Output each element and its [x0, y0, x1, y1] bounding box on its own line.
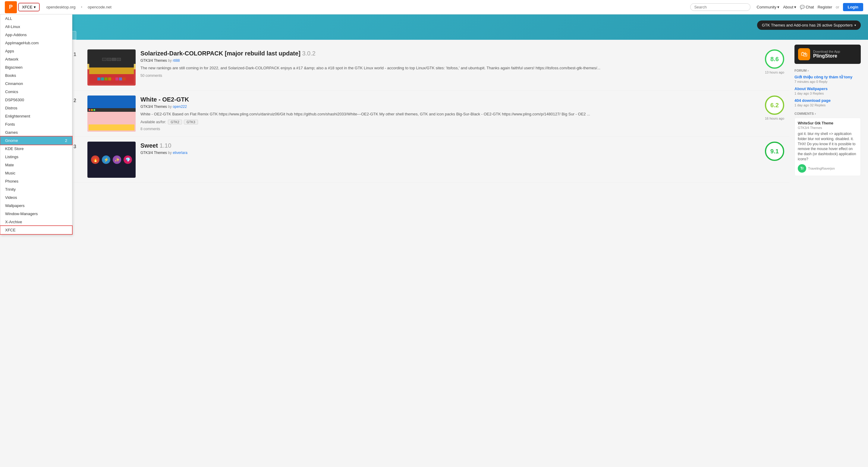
about-chevron-icon: ▾ [794, 5, 796, 9]
content-area: 1 [73, 44, 789, 183]
chat-button[interactable]: 💬 Chat [800, 5, 814, 9]
comments-section: COMMENTS › WhiteSur Gtk Theme GTK3/4 The… [795, 112, 861, 176]
product-info: Solarized-Dark-COLORPACK [major rebuild … [141, 50, 755, 78]
opencode-link[interactable]: opencode.net [88, 5, 112, 9]
comment-footer: Tr TravelingRaverjon [798, 164, 858, 173]
product-number: 3 [73, 142, 83, 150]
forum-item: About Wallpapers 1 day ago 3 Replies [795, 87, 861, 95]
plingstore-banner[interactable]: 🛍 Download the App PlingStore [795, 44, 861, 64]
product-list: 1 [73, 44, 789, 183]
menu-item-music[interactable]: Music [0, 169, 72, 177]
dropdown-menu: ALL All-Linux App-Addons AppImageHub.com… [0, 14, 72, 188]
comment-card-text: got it. blur my shell => application fol… [798, 131, 858, 162]
menu-item-books[interactable]: Books [0, 71, 72, 80]
avatar: Tr [798, 164, 806, 173]
product-description: The new rankings are still coming in for… [141, 65, 755, 71]
forum-item: Giới thiệu công ty thám tử tony 7 minute… [795, 75, 861, 84]
forum-item-title[interactable]: Giới thiệu công ty thám tử tony [795, 75, 861, 79]
comments-header: COMMENTS › [795, 112, 861, 115]
header-right: Community ▾ About ▾ 💬 Chat Register or L… [756, 3, 863, 11]
comments-count[interactable]: 50 comments [141, 73, 755, 78]
right-sidebar: 🛍 Download the App PlingStore FORUM › Gi… [795, 44, 861, 183]
menu-item-artwork[interactable]: Artwork [0, 55, 72, 63]
forum-section: FORUM › Giới thiệu công ty thám tử tony … [795, 69, 861, 107]
menu-item-all[interactable]: ALL [0, 14, 72, 23]
product-meta: GTK3/4 Themes by rtl88 [141, 58, 755, 63]
xfce-dropdown-button[interactable]: XFCE ▾ [19, 3, 39, 11]
menu-item-app-addons[interactable]: App-Addons [0, 31, 72, 39]
about-button[interactable]: About ▾ [783, 5, 796, 9]
table-row: 2 White - OE2-GTK [73, 91, 789, 137]
menu-item-mate[interactable]: Mate [0, 161, 72, 169]
plingstore-icon: 🛍 [798, 48, 810, 60]
available-as: Available as/for: GTK2 GTK3 [141, 120, 755, 124]
forum-header: FORUM › [795, 69, 861, 72]
product-thumbnail[interactable] [87, 95, 135, 132]
forum-item-title[interactable]: About Wallpapers [795, 87, 861, 91]
score-time: 16 hours ago [765, 117, 784, 120]
menu-item-dsp56300[interactable]: DSP56300 [0, 96, 72, 104]
menu-item-cinnamon[interactable]: Cinnamon [0, 80, 72, 88]
community-chevron-icon: ▾ [777, 5, 779, 9]
main-layout: light skeuomorph themes xfce4 adwaita ic… [0, 40, 868, 188]
product-thumbnail[interactable] [87, 50, 135, 86]
product-score-area: 6.2 16 hours ago [760, 95, 789, 120]
page-banner: GTK3/4 Themes Latest Rating Plinged GTK … [0, 14, 868, 40]
menu-item-phones[interactable]: Phones [0, 177, 72, 185]
search-box [690, 3, 750, 11]
register-button[interactable]: Register [818, 5, 832, 9]
chevron-down-icon: ▾ [34, 5, 36, 9]
product-score-area: 9.1 [760, 142, 789, 163]
product-info: White - OE2-GTK GTK3/4 Themes by open222… [141, 95, 755, 131]
nav-dot: • [81, 5, 83, 9]
product-score-area: 8.6 13 hours ago [760, 50, 789, 74]
xfce-label: XFCE [22, 5, 33, 9]
supporters-chevron-icon: ▾ [855, 24, 856, 27]
menu-item-appimagehub[interactable]: AppImageHub.com [0, 39, 72, 47]
product-description: White - OE2-GTK Based on Flat Remix GTK … [141, 111, 755, 117]
menu-item-bigscreen[interactable]: Bigscreen [0, 63, 72, 71]
supporters-button[interactable]: GTK Themes and Add-ons has 26 active Sup… [757, 21, 861, 30]
search-input[interactable] [690, 3, 750, 11]
menu-item-trinity[interactable]: Trinity [0, 185, 72, 188]
table-row: 3 🔥 ⚡ ✨ 💎 Sweet 1.10 GTK3/4 Themes by [73, 137, 789, 183]
product-thumbnail[interactable]: 🔥 ⚡ ✨ 💎 [87, 142, 135, 178]
chat-bubble-icon: 💬 [800, 5, 805, 9]
login-button[interactable]: Login [843, 3, 863, 11]
menu-item-kde[interactable]: KDE Store [0, 145, 72, 153]
gtk3-badge[interactable]: GTK3 [184, 120, 198, 124]
product-title[interactable]: Sweet 1.10 [141, 142, 755, 150]
forum-item: 404 download page 1 day ago 32 Replies [795, 98, 861, 107]
menu-item-apps[interactable]: Apps [0, 47, 72, 55]
product-info: Sweet 1.10 GTK3/4 Themes by eliverlara [141, 142, 755, 157]
comments-count[interactable]: 8 comments [141, 127, 755, 131]
product-meta: GTK3/4 Themes by open222 [141, 104, 755, 109]
comment-card: WhiteSur Gtk Theme GTK3/4 Themes got it.… [795, 118, 861, 176]
menu-item-gnome[interactable]: Gnome 2 [0, 136, 72, 145]
forum-item-meta: 1 day ago 32 Replies [795, 103, 861, 107]
forum-item-meta: 1 day ago 3 Replies [795, 92, 861, 95]
product-number: 2 [73, 95, 83, 103]
or-label: or [836, 5, 839, 9]
community-button[interactable]: Community ▾ [756, 5, 779, 9]
menu-item-fonts[interactable]: Fonts [0, 120, 72, 128]
opendesktop-link[interactable]: opendesktop.org [46, 5, 76, 9]
comment-card-subtitle: GTK3/4 Themes [798, 126, 858, 130]
menu-item-enlightenment[interactable]: Enlightenment [0, 112, 72, 120]
product-title[interactable]: Solarized-Dark-COLORPACK [major rebuild … [141, 50, 755, 57]
menu-item-games[interactable]: Games [0, 128, 72, 136]
menu-item-listings[interactable]: Listings [0, 153, 72, 161]
comment-card-title[interactable]: WhiteSur Gtk Theme [798, 121, 858, 125]
gtk2-badge[interactable]: GTK2 [168, 120, 182, 124]
menu-item-all-linux[interactable]: All-Linux [0, 23, 72, 31]
header: P XFCE ▾ opendesktop.org • opencode.net … [0, 0, 868, 14]
comment-user: TravelingRaverjon [808, 166, 835, 170]
product-number: 1 [73, 50, 83, 57]
menu-item-comics[interactable]: Comics [0, 88, 72, 96]
forum-item-meta: 7 minutes ago 0 Reply [795, 80, 861, 84]
product-meta: GTK3/4 Themes by eliverlara [141, 151, 755, 155]
product-title[interactable]: White - OE2-GTK [141, 95, 755, 103]
logo-icon: P [5, 1, 17, 13]
menu-item-distros[interactable]: Distros [0, 104, 72, 112]
forum-item-title[interactable]: 404 download page [795, 98, 861, 103]
